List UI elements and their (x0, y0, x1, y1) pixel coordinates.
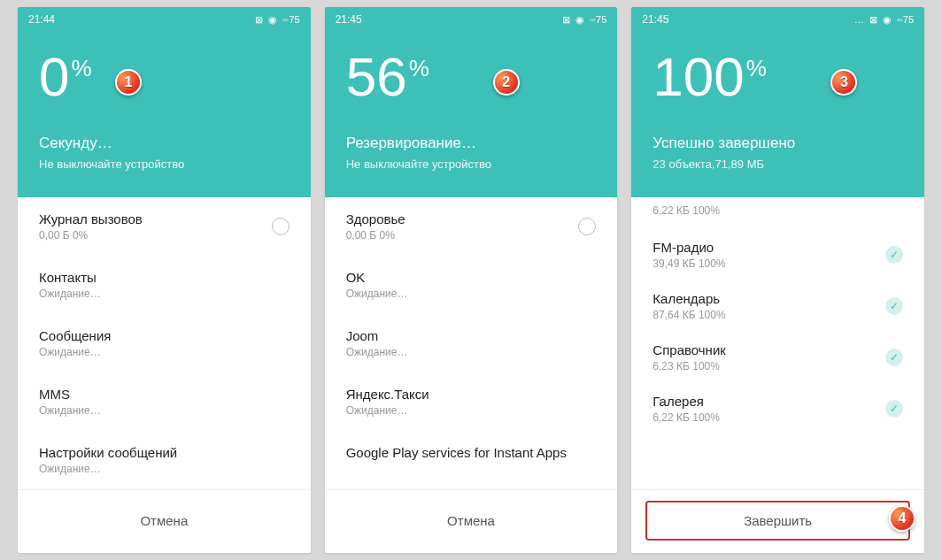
progress-header: 0% Секунду… Не выключайте устройство (18, 7, 311, 197)
step-badge-4: 4 (889, 505, 915, 532)
footer: Завершить (631, 489, 924, 553)
item-sub: 6,23 КБ 100% (652, 360, 885, 372)
step-badge-1: 1 (115, 69, 142, 96)
item-sub: Ожидание… (39, 346, 290, 358)
percent-sign: % (746, 57, 767, 80)
no-sim-icon: ⊠ (562, 14, 570, 26)
percent-sign: % (71, 57, 91, 80)
wifi-icon: ◉ (268, 14, 277, 26)
item-title: Сообщения (39, 328, 290, 343)
list-item: Контакты Ожидание… (18, 256, 311, 314)
battery-icon: ⎓75 (590, 14, 606, 25)
item-title: OK (346, 270, 597, 285)
phone-screen-3: 21:45 … ⊠ ◉ ⎓75 100% Успешно завершено 2… (631, 7, 924, 553)
item-sub: 39,49 КБ 100% (652, 257, 885, 270)
step-badge-2: 2 (493, 69, 520, 96)
item-title: Календарь (652, 291, 885, 306)
status-time: 21:45 (336, 13, 362, 26)
item-title: Настройки сообщений (39, 445, 290, 460)
header-title: Секунду… (39, 134, 290, 152)
no-sim-icon: ⊠ (255, 14, 263, 26)
header-title: Резервирование… (346, 134, 597, 152)
more-icon: … (854, 14, 864, 25)
check-icon: ✓ (885, 297, 903, 315)
phone-screen-2: 21:45 ⊠ ◉ ⎓75 56% Резервирование… Не вык… (325, 7, 618, 553)
list-item: Настройки сообщений Ожидание… (18, 431, 311, 489)
list-item: MMS Ожидание… (18, 372, 311, 431)
status-icons: ⊠ ◉ ⎓75 (562, 14, 606, 26)
header-title: Успешно завершено (652, 134, 903, 152)
progress-percent: 0% (39, 50, 290, 104)
item-title: Здоровье (346, 211, 579, 226)
wifi-icon: ◉ (575, 14, 584, 26)
status-icons: … ⊠ ◉ ⎓75 (854, 14, 914, 26)
header-subtitle: Не выключайте устройство (39, 157, 290, 171)
progress-header: 56% Резервирование… Не выключайте устрой… (325, 7, 618, 197)
header-subtitle: 23 объекта,71,89 МБ (652, 157, 903, 171)
item-title: Галерея (652, 394, 885, 409)
item-title: Яндекс.Такси (346, 387, 597, 402)
list-item: FM-радио 39,49 КБ 100% ✓ (631, 229, 924, 280)
status-icons: ⊠ ◉ ⎓75 (255, 14, 299, 26)
status-time: 21:45 (642, 13, 668, 26)
item-sub: Ожидание… (346, 346, 597, 358)
item-sub: Ожидание… (39, 463, 290, 475)
cancel-button[interactable]: Отмена (32, 501, 297, 541)
no-sim-icon: ⊠ (869, 14, 877, 26)
footer: Отмена (325, 489, 618, 553)
list-item: Календарь 87,64 КБ 100% ✓ (631, 280, 924, 332)
check-icon: ✓ (885, 349, 903, 366)
list-item: Справочник 6,23 КБ 100% ✓ (631, 332, 924, 383)
item-title: Справочник (652, 342, 885, 357)
percent-sign: % (409, 57, 429, 80)
progress-percent: 56% (346, 50, 597, 104)
list-item: OK Ожидание… (325, 256, 618, 314)
list-item: Журнал вызовов 0,00 Б 0% (18, 197, 311, 256)
status-time: 21:44 (28, 13, 55, 26)
status-bar: 21:45 … ⊠ ◉ ⎓75 (631, 7, 924, 32)
battery-icon: ⎓75 (282, 14, 299, 25)
backup-list: Здоровье 0,00 Б 0% OK Ожидание… Joom Ожи… (325, 197, 618, 489)
item-sub: Ожидание… (39, 404, 290, 417)
item-title: Контакты (39, 270, 290, 285)
check-icon: ✓ (885, 400, 903, 418)
item-sub: 87,64 КБ 100% (652, 309, 885, 321)
header-subtitle: Не выключайте устройство (346, 157, 597, 171)
list-item: Здоровье 0,00 Б 0% (325, 197, 618, 256)
phone-screen-1: 21:44 ⊠ ◉ ⎓75 0% Секунду… Не выключайте … (18, 7, 311, 553)
item-sub: Ожидание… (346, 288, 597, 300)
check-icon: ✓ (885, 246, 903, 264)
item-title: FM-радио (652, 240, 885, 255)
item-title: Joom (346, 328, 597, 343)
progress-header: 100% Успешно завершено 23 объекта,71,89 … (631, 7, 924, 197)
item-title: Журнал вызовов (39, 211, 272, 226)
status-bar: 21:45 ⊠ ◉ ⎓75 (325, 7, 618, 32)
item-sub: Ожидание… (346, 404, 597, 417)
wifi-icon: ◉ (883, 14, 892, 26)
list-item: Joom Ожидание… (325, 314, 618, 372)
finish-button[interactable]: Завершить (645, 501, 910, 541)
item-sub: Ожидание… (39, 288, 290, 300)
list-item: Яндекс.Такси Ожидание… (325, 372, 618, 431)
list-item: Галерея 6,22 КБ 100% ✓ (631, 383, 924, 434)
item-sub: 0,00 Б 0% (346, 229, 579, 242)
backup-list: Журнал вызовов 0,00 Б 0% Контакты Ожидан… (18, 197, 311, 489)
list-item: Google Play services for Instant Apps (325, 431, 618, 477)
footer: Отмена (18, 489, 311, 553)
item-title: MMS (39, 387, 290, 402)
list-item: Сообщения Ожидание… (18, 314, 311, 372)
item-title: Google Play services for Instant Apps (346, 445, 597, 460)
item-sub-partial: 6,22 КБ 100% (631, 197, 924, 229)
progress-percent: 100% (652, 50, 903, 104)
progress-circle-icon (272, 218, 290, 235)
battery-icon: ⎓75 (897, 14, 914, 25)
progress-circle-icon (578, 218, 596, 235)
item-sub: 6,22 КБ 100% (652, 411, 885, 424)
cancel-button[interactable]: Отмена (339, 501, 604, 541)
backup-list: 6,22 КБ 100% FM-радио 39,49 КБ 100% ✓ Ка… (631, 197, 924, 489)
item-sub: 0,00 Б 0% (39, 229, 272, 242)
status-bar: 21:44 ⊠ ◉ ⎓75 (18, 7, 311, 32)
